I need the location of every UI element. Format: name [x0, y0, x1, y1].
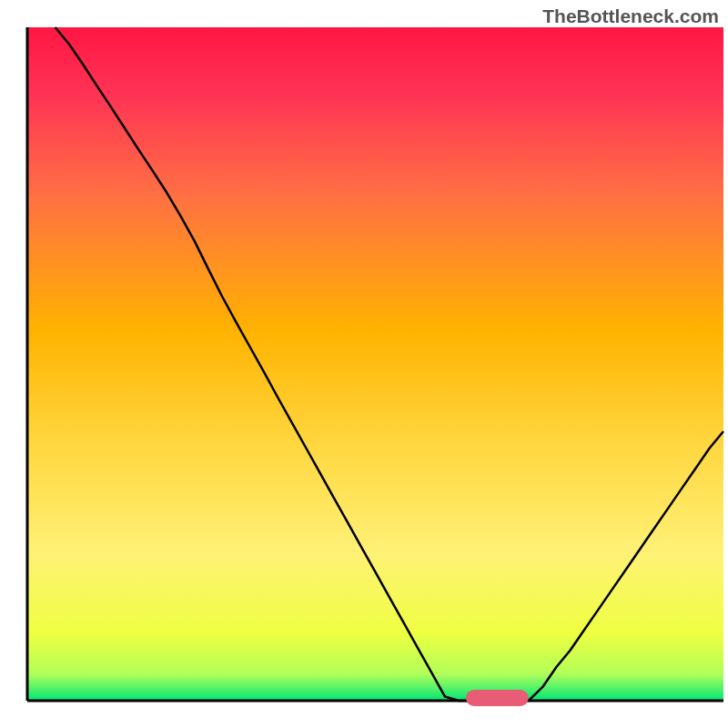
bottleneck-chart: TheBottleneck.com — [0, 0, 728, 728]
chart-svg — [0, 0, 728, 728]
watermark-text: TheBottleneck.com — [542, 5, 719, 27]
chart-background — [27, 27, 723, 701]
optimal-marker — [466, 690, 529, 706]
